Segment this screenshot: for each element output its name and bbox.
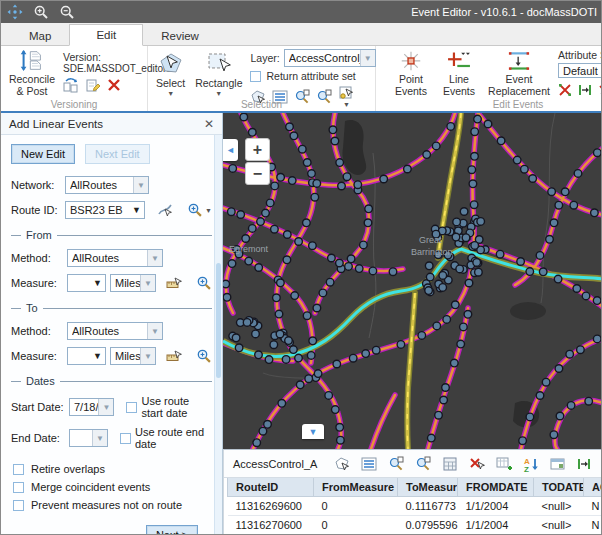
point-event-marker[interactable] — [456, 265, 464, 273]
point-event-marker[interactable] — [462, 234, 470, 242]
point-event-marker[interactable] — [561, 188, 569, 196]
point-event-marker[interactable] — [326, 278, 334, 286]
table-pan-to-selected-icon[interactable] — [415, 456, 431, 472]
return-attribute-set-checkbox[interactable] — [250, 71, 261, 82]
point-event-marker[interactable] — [290, 132, 298, 140]
point-event-marker[interactable] — [452, 301, 460, 309]
select-button[interactable]: Select ▼ — [154, 49, 187, 98]
point-event-marker[interactable] — [475, 268, 483, 276]
clear-selection-icon[interactable] — [469, 456, 485, 472]
point-event-marker[interactable] — [555, 201, 563, 209]
point-event-marker[interactable] — [473, 259, 481, 267]
point-event-marker[interactable] — [305, 375, 313, 383]
point-event-marker[interactable] — [313, 304, 321, 312]
layer-combo[interactable]: AccessControl_A ▼ — [284, 49, 376, 67]
point-event-marker[interactable] — [465, 279, 473, 287]
point-event-marker[interactable] — [229, 165, 237, 173]
point-event-marker[interactable] — [484, 120, 492, 128]
point-event-marker[interactable] — [566, 350, 574, 358]
point-event-marker[interactable] — [257, 218, 265, 226]
point-event-marker[interactable] — [550, 431, 558, 439]
prevent-measures-checkbox[interactable] — [13, 500, 24, 511]
point-event-marker[interactable] — [329, 126, 337, 134]
point-event-marker[interactable] — [303, 219, 311, 227]
point-event-marker[interactable] — [288, 177, 296, 185]
point-event-marker[interactable] — [347, 255, 355, 263]
point-event-marker[interactable] — [325, 392, 333, 400]
point-event-marker[interactable] — [228, 208, 236, 216]
point-event-marker[interactable] — [282, 356, 290, 364]
point-event-marker[interactable] — [372, 346, 380, 354]
point-event-marker[interactable] — [496, 250, 504, 258]
start-date-arrow-icon[interactable]: ▼ — [98, 399, 113, 415]
point-event-marker[interactable] — [593, 335, 601, 343]
to-measure-arrow-icon[interactable]: ▼ — [90, 348, 105, 364]
point-event-marker[interactable] — [243, 319, 251, 327]
to-method-arrow-icon[interactable]: ▼ — [147, 323, 162, 339]
point-event-marker[interactable] — [423, 151, 431, 159]
point-event-marker[interactable] — [283, 256, 291, 264]
point-event-marker[interactable] — [308, 170, 316, 178]
point-event-marker[interactable] — [468, 166, 476, 174]
point-event-marker[interactable] — [313, 180, 321, 188]
point-event-marker[interactable] — [513, 156, 521, 164]
point-event-marker[interactable] — [593, 297, 601, 305]
point-event-marker[interactable] — [249, 129, 257, 137]
point-event-marker[interactable] — [574, 170, 582, 178]
point-event-marker[interactable] — [451, 359, 459, 367]
select-route-on-map-icon[interactable] — [157, 202, 173, 218]
zoom-in-icon[interactable] — [33, 4, 49, 20]
point-event-marker[interactable] — [311, 193, 319, 201]
point-event-marker[interactable] — [232, 334, 240, 342]
point-event-marker[interactable] — [471, 153, 479, 161]
point-event-marker[interactable] — [290, 346, 298, 354]
point-event-marker[interactable] — [242, 235, 250, 243]
add-row-icon[interactable] — [496, 456, 512, 472]
point-event-marker[interactable] — [237, 211, 245, 219]
point-event-marker[interactable] — [270, 341, 278, 349]
new-version-icon[interactable] — [85, 77, 101, 93]
point-event-marker[interactable] — [577, 346, 585, 354]
point-event-marker[interactable] — [276, 330, 284, 338]
point-event-marker[interactable] — [295, 238, 303, 246]
point-event-marker[interactable] — [457, 340, 465, 348]
point-event-marker[interactable] — [228, 260, 236, 268]
point-event-marker[interactable] — [223, 294, 231, 302]
from-unit-combo[interactable]: Miles ▼ — [110, 274, 156, 292]
point-event-marker[interactable] — [295, 354, 303, 362]
point-event-marker[interactable] — [433, 322, 441, 330]
point-event-marker[interactable] — [307, 352, 315, 360]
point-event-marker[interactable] — [469, 180, 477, 188]
from-method-combo[interactable]: AllRoutes ▼ — [67, 249, 163, 267]
column-header[interactable]: FROMDATE — [458, 478, 534, 497]
point-event-marker[interactable] — [255, 351, 263, 359]
point-event-marker[interactable] — [343, 173, 351, 181]
point-event-marker[interactable] — [460, 208, 468, 216]
event-replacement-button[interactable]: Event Replacement — [486, 49, 552, 98]
point-event-marker[interactable] — [470, 201, 478, 209]
point-event-marker[interactable] — [355, 265, 363, 273]
point-event-marker[interactable] — [582, 292, 590, 300]
point-event-marker[interactable] — [443, 316, 451, 324]
to-unit-arrow-icon[interactable]: ▼ — [140, 348, 155, 364]
point-event-marker[interactable] — [554, 275, 562, 283]
point-event-marker[interactable] — [425, 262, 433, 270]
change-version-icon[interactable] — [63, 77, 79, 93]
point-event-marker[interactable] — [354, 181, 362, 189]
point-event-marker[interactable] — [555, 365, 563, 373]
point-event-marker[interactable] — [277, 174, 285, 182]
point-event-marker[interactable] — [526, 413, 534, 421]
point-event-marker[interactable] — [447, 123, 455, 131]
to-measure-combo[interactable]: ▼ — [67, 347, 106, 365]
point-event-marker[interactable] — [303, 312, 311, 320]
delete-version-icon[interactable] — [107, 78, 121, 92]
point-event-marker[interactable] — [262, 209, 270, 217]
table-attributes-window-icon[interactable] — [550, 456, 566, 472]
point-event-marker[interactable] — [529, 175, 537, 183]
point-event-marker[interactable] — [585, 397, 593, 405]
table-extend-icon[interactable] — [577, 457, 591, 471]
point-event-marker[interactable] — [299, 145, 307, 153]
point-event-marker[interactable] — [275, 310, 283, 318]
point-event-marker[interactable] — [536, 392, 544, 400]
point-event-marker[interactable] — [253, 439, 261, 447]
